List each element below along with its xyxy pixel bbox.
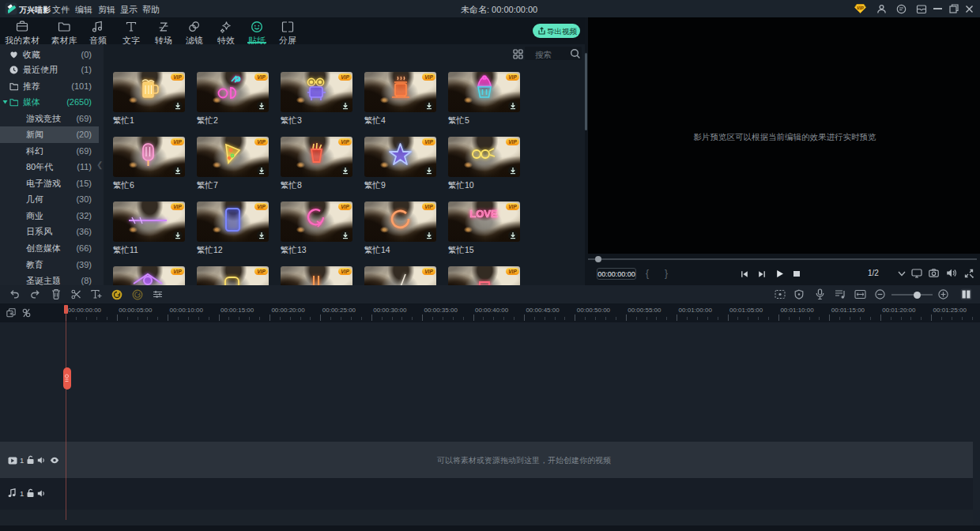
svg-text:VIP: VIP	[857, 6, 864, 10]
svg-text:LOVE: LOVE	[469, 208, 498, 220]
